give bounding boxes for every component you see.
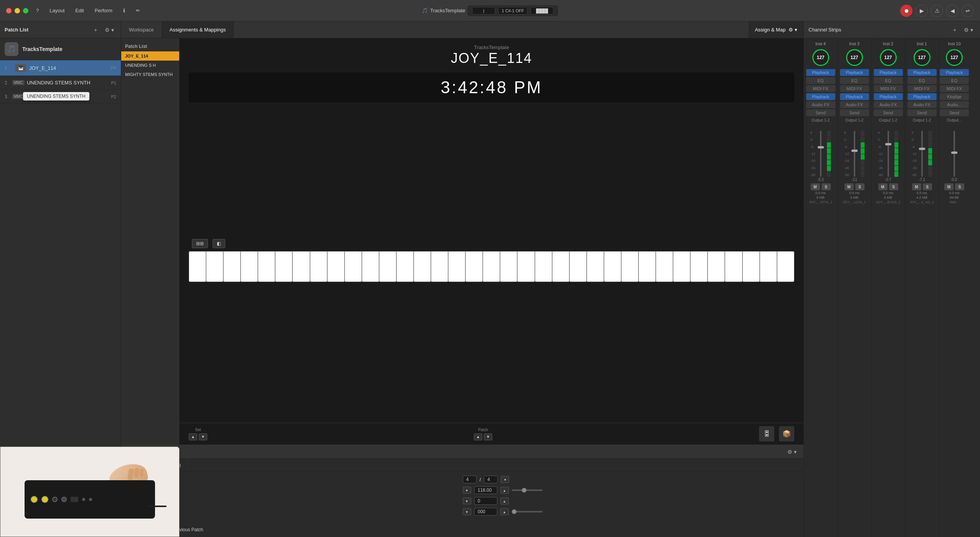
play-button[interactable]: ▶ xyxy=(916,5,928,17)
midifx-btn-inst1[interactable]: MIDI FX xyxy=(907,85,937,92)
white-key[interactable] xyxy=(483,251,500,282)
prog-input[interactable] xyxy=(474,508,497,516)
keyboard-ctrl-2[interactable]: ◧ xyxy=(213,239,225,248)
white-key[interactable] xyxy=(690,251,708,282)
white-key[interactable] xyxy=(742,251,760,282)
solo-btn-inst2[interactable]: S xyxy=(889,183,898,190)
rewind-button[interactable]: ◀ xyxy=(946,5,959,17)
volume-knob-inst1[interactable]: 127 xyxy=(914,49,931,66)
playback-btn-inst1-1[interactable]: Playback xyxy=(907,69,937,76)
playback-btn-inst10-2[interactable]: Klopfge xyxy=(940,93,969,100)
help-button[interactable]: ? xyxy=(33,6,42,15)
white-key[interactable] xyxy=(379,251,396,282)
send-btn-inst2[interactable]: Send xyxy=(874,109,903,116)
audiofx-btn-inst2[interactable]: Audio FX xyxy=(874,101,903,108)
playback-btn-inst4-1[interactable]: Playback xyxy=(806,69,835,76)
white-key[interactable] xyxy=(345,251,362,282)
white-key[interactable] xyxy=(708,251,725,282)
mute-btn-inst10[interactable]: M xyxy=(944,183,954,190)
white-key[interactable] xyxy=(327,251,345,282)
midifx-btn-inst3[interactable]: MIDI FX xyxy=(840,85,869,92)
audiofx-btn-inst10[interactable]: Audio... xyxy=(940,101,969,108)
white-key[interactable] xyxy=(275,251,292,282)
fader-handle-inst3[interactable] xyxy=(851,150,858,152)
metronome-button[interactable]: ⚠ xyxy=(931,5,943,17)
midifx-btn-inst4[interactable]: MIDI FX xyxy=(806,85,835,92)
volume-knob-inst2[interactable]: 127 xyxy=(880,49,897,66)
set-down-button[interactable]: ▼ xyxy=(199,433,207,440)
fader-inst10[interactable] xyxy=(950,131,958,177)
volume-knob-inst4[interactable]: 127 xyxy=(812,49,829,66)
white-key[interactable] xyxy=(777,251,794,282)
tab-workspace[interactable]: Workspace xyxy=(121,21,162,38)
ps-settings-button[interactable]: ⚙ ▾ xyxy=(785,448,799,456)
tempo-slider[interactable] xyxy=(512,489,543,491)
fullscreen-button[interactable] xyxy=(23,8,28,13)
fader-inst4[interactable] xyxy=(817,131,825,177)
white-key[interactable] xyxy=(638,251,656,282)
prog-up[interactable]: ▴ xyxy=(500,508,509,515)
bank-down[interactable]: ▾ xyxy=(463,497,471,504)
midifx-btn-inst10[interactable]: MIDI FX xyxy=(940,85,969,92)
playback-btn-inst10-1[interactable]: Playback xyxy=(940,69,969,76)
mute-btn-inst1[interactable]: M xyxy=(912,183,921,190)
white-key[interactable] xyxy=(552,251,569,282)
solo-btn-inst3[interactable]: S xyxy=(855,183,865,190)
patch-settings-button[interactable]: ⚙ ▾ xyxy=(102,26,116,34)
time-sig-num[interactable] xyxy=(463,476,477,483)
eq-btn-inst4[interactable]: EQ xyxy=(806,77,835,84)
time-sig-den[interactable] xyxy=(484,476,498,483)
bank-up[interactable]: ▴ xyxy=(500,497,509,504)
layout-button[interactable]: Layout xyxy=(46,6,68,15)
white-key[interactable] xyxy=(673,251,690,282)
mute-btn-inst4[interactable]: M xyxy=(811,183,820,190)
fader-inst2[interactable] xyxy=(884,131,892,177)
white-key[interactable] xyxy=(465,251,483,282)
solo-btn-inst4[interactable]: S xyxy=(822,183,831,190)
white-key[interactable] xyxy=(431,251,448,282)
add-patch-button[interactable]: + xyxy=(92,26,99,34)
playback-btn-inst1-2[interactable]: Playback xyxy=(907,93,937,100)
record-button[interactable]: ⏺ xyxy=(900,5,912,17)
fader-inst3[interactable] xyxy=(851,131,858,177)
white-key[interactable] xyxy=(258,251,275,282)
info-button[interactable]: ℹ xyxy=(120,6,128,15)
sub-patch-item-1[interactable]: JOY_E_114 xyxy=(121,51,179,61)
white-key[interactable] xyxy=(621,251,638,282)
bank-input[interactable] xyxy=(474,497,497,505)
playback-btn-inst4-2[interactable]: Playback xyxy=(806,93,835,100)
volume-knob-inst3[interactable]: 127 xyxy=(846,49,863,66)
white-key[interactable] xyxy=(587,251,604,282)
more-button[interactable]: ⇌ xyxy=(962,5,974,17)
white-key[interactable] xyxy=(292,251,310,282)
white-key[interactable] xyxy=(414,251,431,282)
tab-assignments[interactable]: Assignments & Mappings xyxy=(162,21,234,38)
prog-down[interactable]: ▾ xyxy=(463,508,471,515)
device-icon[interactable]: 📦 xyxy=(779,426,794,441)
patch-up-button[interactable]: ▲ xyxy=(474,433,482,440)
white-key[interactable] xyxy=(725,251,742,282)
mute-btn-inst2[interactable]: M xyxy=(878,183,888,190)
send-btn-inst3[interactable]: Send xyxy=(840,109,869,116)
pencil-button[interactable]: ✏ xyxy=(133,6,143,15)
white-key[interactable] xyxy=(362,251,379,282)
eq-btn-inst2[interactable]: EQ xyxy=(874,77,903,84)
white-key[interactable] xyxy=(189,251,206,282)
solo-btn-inst10[interactable]: S xyxy=(955,183,964,190)
white-key[interactable] xyxy=(448,251,465,282)
close-button[interactable] xyxy=(6,8,12,13)
white-key[interactable] xyxy=(569,251,587,282)
white-key[interactable] xyxy=(500,251,517,282)
fader-handle-inst10[interactable] xyxy=(951,152,957,154)
perform-button[interactable]: Perform xyxy=(92,6,115,15)
playback-btn-inst3-1[interactable]: Playback xyxy=(840,69,869,76)
patch-item-1[interactable]: 1 🎹 JOY_E_114 P0 xyxy=(0,60,121,76)
piano-keys[interactable] xyxy=(189,251,794,282)
volume-knob-inst10[interactable]: 127 xyxy=(946,49,963,66)
patch-down-button[interactable]: ▼ xyxy=(484,433,492,440)
tempo-input[interactable] xyxy=(474,486,497,494)
white-key[interactable] xyxy=(517,251,535,282)
midifx-btn-inst2[interactable]: MIDI FX xyxy=(874,85,903,92)
white-key[interactable] xyxy=(604,251,621,282)
send-btn-inst4[interactable]: Send xyxy=(806,109,835,116)
